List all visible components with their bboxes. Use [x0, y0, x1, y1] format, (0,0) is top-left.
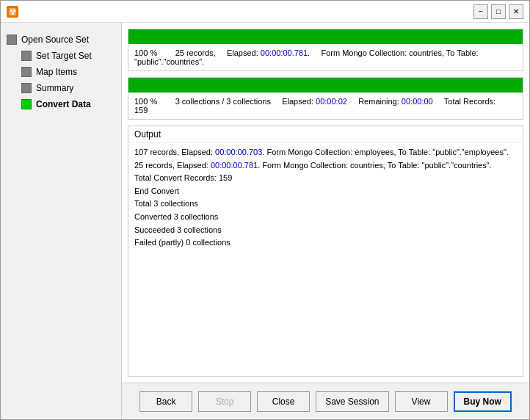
progress-bar-container-1 [128, 29, 523, 44]
output-line: Total Convert Records: 159 [134, 172, 517, 185]
minimize-button[interactable]: − [473, 4, 488, 19]
svg-rect-1 [10, 10, 12, 12]
back-button[interactable]: Back [139, 391, 192, 412]
main-content: 100 % 25 records, Elapsed: 00:00:00.781.… [122, 23, 529, 419]
progress-info-2: 100 % 3 collections / 3 collections Elap… [128, 93, 523, 119]
main-window: − □ ✕ Open Source Set Set Target Set [0, 0, 530, 420]
sidebar-label-convert-data: Convert Data [36, 99, 91, 109]
panels-area: 100 % 25 records, Elapsed: 00:00:00.781.… [122, 23, 529, 383]
progress2-remaining-value: 00:00:00 [402, 97, 433, 106]
progress2-total-value: 159 [134, 106, 148, 115]
progress2-collections: 3 collections / 3 collections [175, 97, 271, 106]
save-session-button[interactable]: Save Session [316, 391, 388, 412]
sidebar-item-open-source-set[interactable]: Open Source Set [1, 32, 121, 48]
progress2-elapsed-value: 00:00:02 [316, 97, 347, 106]
output-header: Output [128, 126, 523, 143]
step-indicator-convert-data [21, 99, 32, 109]
progress2-total-label: Total Records: [444, 97, 495, 106]
progress-bar-container-2 [128, 78, 523, 93]
footer: Back Stop Close Save Session View Buy No… [122, 383, 529, 419]
output-section: Output 107 records, Elapsed: 00:00:00.70… [128, 126, 523, 377]
buy-now-button[interactable]: Buy Now [454, 391, 512, 412]
progress-bar-fill-2 [128, 78, 523, 93]
progress1-label: 100 % [134, 48, 157, 57]
step-indicator-open-source-set [7, 35, 17, 45]
sidebar: Open Source Set Set Target Set Map Items… [1, 23, 122, 419]
sidebar-label-map-items: Map Items [36, 67, 77, 77]
title-bar-left [7, 6, 18, 18]
title-bar: − □ ✕ [1, 1, 529, 23]
output-line: Total 3 collections [134, 198, 517, 211]
svg-rect-2 [13, 10, 15, 12]
content-area: Open Source Set Set Target Set Map Items… [1, 23, 529, 419]
svg-rect-3 [12, 12, 14, 15]
progress1-elapsed-label: Elapsed: [227, 48, 258, 57]
sidebar-label-open-source-set: Open Source Set [21, 35, 89, 45]
app-icon [7, 6, 18, 18]
output-line: End Convert [134, 185, 517, 198]
maximize-button[interactable]: □ [491, 4, 506, 19]
output-body[interactable]: 107 records, Elapsed: 00:00:00.703. Form… [128, 143, 523, 376]
step-indicator-set-target-set [21, 51, 32, 61]
progress-panel-1: 100 % 25 records, Elapsed: 00:00:00.781.… [128, 29, 523, 71]
step-indicator-map-items [21, 67, 32, 77]
sidebar-item-map-items[interactable]: Map Items [1, 64, 121, 80]
sidebar-tree: Open Source Set Set Target Set Map Items… [1, 29, 121, 115]
output-line: Converted 3 collections [134, 211, 517, 224]
output-line: 25 records, Elapsed: 00:00:00.781. Form … [134, 159, 517, 173]
stop-button[interactable]: Stop [198, 391, 251, 412]
progress1-message2: "public"."countries". [134, 57, 204, 66]
close-button[interactable]: Close [257, 391, 310, 412]
output-line: Failed (partly) 0 collections [134, 236, 517, 250]
progress2-elapsed-label: Elapsed: [282, 97, 313, 106]
sidebar-item-convert-data[interactable]: Convert Data [1, 96, 121, 112]
progress-bar-fill-1 [128, 29, 523, 44]
sidebar-label-set-target-set: Set Target Set [36, 51, 92, 61]
progress-info-1: 100 % 25 records, Elapsed: 00:00:00.781.… [128, 44, 523, 70]
output-line: 107 records, Elapsed: 00:00:00.703. Form… [134, 146, 517, 159]
title-bar-controls: − □ ✕ [473, 4, 523, 19]
sidebar-item-set-target-set[interactable]: Set Target Set [1, 48, 121, 64]
step-indicator-summary [21, 83, 32, 93]
progress1-records: 25 records, [175, 48, 216, 57]
close-window-button[interactable]: ✕ [509, 4, 523, 19]
sidebar-label-summary: Summary [36, 83, 73, 93]
progress2-label: 100 % [134, 97, 157, 106]
progress1-elapsed-value: 00:00:00.781 [261, 48, 308, 57]
progress1-message: Form Mongo Collection: countries, To Tab… [321, 48, 478, 57]
progress-panel-2: 100 % 3 collections / 3 collections Elap… [128, 77, 523, 120]
output-line: Succeeded 3 collections [134, 224, 517, 237]
view-button[interactable]: View [395, 391, 448, 412]
sidebar-item-summary[interactable]: Summary [1, 80, 121, 96]
progress2-remaining-label: Remaining: [358, 97, 399, 106]
